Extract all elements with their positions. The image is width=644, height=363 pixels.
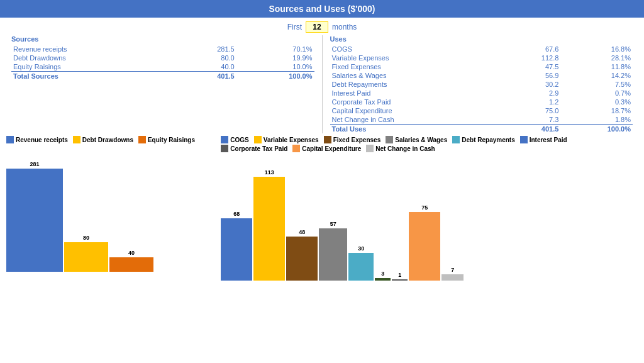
panel-divider: [322, 35, 323, 133]
uses-total-label: Total Uses: [330, 125, 505, 134]
bar-value-label: 48: [299, 229, 305, 235]
legend-label: Capital Expenditure: [302, 145, 361, 152]
uses-chart-container: COGS Variable Expenses Fixed Expenses Sa…: [221, 136, 638, 281]
uses-bar-chart: 68 113 48 57 30 3 1 75 7: [221, 155, 638, 281]
row-percent: 0.3%: [560, 98, 633, 106]
sources-total-percent: 100.0%: [236, 72, 314, 81]
bar-value-label: 1: [398, 272, 401, 278]
bar: [409, 212, 440, 281]
row-percent: 14.2%: [560, 71, 633, 80]
legend-color: [366, 145, 374, 152]
bar: [348, 253, 374, 281]
row-percent: 7.5%: [560, 80, 633, 89]
bar-group: 75: [409, 158, 440, 281]
uses-total-percent: 100.0%: [560, 125, 633, 134]
legend-label: Equity Raisings: [148, 137, 195, 143]
bar-group: 30: [348, 158, 374, 281]
legend-label: Variable Expenses: [264, 137, 319, 143]
legend-label: Corporate Tax Paid: [230, 145, 287, 152]
legend-label: Debt Drawdowns: [82, 137, 133, 143]
row-value: 75.0: [505, 106, 561, 115]
table-row: Revenue receipts 281.5 70.1%: [11, 45, 314, 53]
months-label-after: months: [332, 23, 357, 31]
legend-item: Interest Paid: [520, 136, 567, 143]
legend-color: [6, 136, 14, 143]
sources-bar-chart: 281 80 40: [6, 146, 214, 272]
bar-value-label: 40: [128, 250, 135, 256]
row-value: 281.5: [176, 45, 236, 53]
row-label: Net Change in Cash: [330, 115, 505, 125]
content-area: Sources Revenue receipts 281.5 70.1%Debt…: [0, 35, 644, 133]
row-percent: 28.1%: [560, 53, 633, 62]
uses-panel: Uses COGS 67.6 16.8%Variable Expenses 11…: [325, 35, 638, 133]
bar-group: 80: [64, 149, 108, 272]
legend-color: [386, 136, 393, 143]
row-label: Variable Expenses: [330, 53, 505, 62]
sources-table: Revenue receipts 281.5 70.1%Debt Drawdow…: [11, 45, 314, 81]
legend-color: [221, 136, 228, 143]
bar-group: 113: [253, 158, 285, 281]
bar: [64, 242, 108, 272]
sources-total-label: Total Sources: [11, 72, 176, 81]
bar-value-label: 7: [451, 267, 454, 273]
bar-value-label: 113: [265, 169, 274, 176]
months-input[interactable]: [306, 21, 328, 33]
row-percent: 10.0%: [236, 62, 314, 72]
legend-item: Debt Repayments: [452, 136, 514, 143]
row-value: 7.3: [505, 115, 561, 125]
bar-group: 48: [286, 158, 318, 281]
row-label: Revenue receipts: [11, 45, 176, 53]
uses-legend: COGS Variable Expenses Fixed Expenses Sa…: [221, 136, 638, 152]
bar-group: 7: [441, 158, 464, 281]
bar-group: 57: [319, 158, 347, 281]
row-label: Corporate Tax Paid: [330, 98, 505, 106]
bar-value-label: 30: [358, 245, 364, 252]
table-row: Fixed Expenses 47.5 11.8%: [330, 62, 633, 71]
row-label: Capital Expenditure: [330, 106, 505, 115]
legend-color: [221, 145, 228, 152]
row-label: Equity Raisings: [11, 62, 176, 72]
legend-item: Revenue receipts: [6, 136, 68, 143]
legend-label: Revenue receipts: [16, 137, 68, 143]
table-row: Interest Paid 2.9 0.7%: [330, 89, 633, 98]
legend-label: Interest Paid: [530, 137, 567, 143]
table-row: Salaries & Wages 56.9 14.2%: [330, 71, 633, 80]
bar-group: 68: [221, 158, 252, 281]
legend-label: Debt Repayments: [462, 137, 514, 143]
row-percent: 11.8%: [560, 62, 633, 71]
row-value: 56.9: [505, 71, 561, 80]
legend-color: [324, 136, 331, 143]
row-percent: 0.7%: [560, 89, 633, 98]
bar-group: 3: [375, 158, 391, 281]
table-row: Debt Repayments 30.2 7.5%: [330, 80, 633, 89]
table-row: Variable Expenses 112.8 28.1%: [330, 53, 633, 62]
table-row: Equity Raisings 40.0 10.0%: [11, 62, 314, 72]
sources-heading: Sources: [11, 35, 314, 43]
bar-value-label: 75: [421, 204, 428, 211]
legend-item: Capital Expenditure: [292, 145, 361, 152]
months-label-before: First: [287, 23, 302, 31]
sources-panel: Sources Revenue receipts 281.5 70.1%Debt…: [6, 35, 319, 133]
page-title: Sources and Uses ($'000): [0, 0, 644, 18]
row-label: COGS: [330, 45, 505, 53]
row-value: 40.0: [176, 62, 236, 72]
bar-group: 40: [109, 149, 153, 272]
row-label: Fixed Expenses: [330, 62, 505, 71]
row-percent: 18.7%: [560, 106, 633, 115]
bar-value-label: 57: [330, 221, 336, 227]
legend-item: Salaries & Wages: [386, 136, 447, 143]
bar: [319, 228, 347, 281]
table-row: Net Change in Cash 7.3 1.8%: [330, 115, 633, 125]
row-value: 67.6: [505, 45, 561, 53]
legend-label: Salaries & Wages: [395, 137, 447, 143]
bar-value-label: 68: [233, 211, 240, 217]
bar-group: 1: [392, 158, 408, 281]
legend-item: COGS: [221, 136, 248, 143]
row-value: 30.2: [505, 80, 561, 89]
bar: [375, 278, 391, 281]
sources-total-value: 401.5: [176, 72, 236, 81]
uses-table: COGS 67.6 16.8%Variable Expenses 112.8 2…: [330, 45, 633, 133]
uses-heading: Uses: [330, 35, 633, 43]
row-value: 80.0: [176, 53, 236, 62]
months-row: First months: [0, 18, 644, 35]
